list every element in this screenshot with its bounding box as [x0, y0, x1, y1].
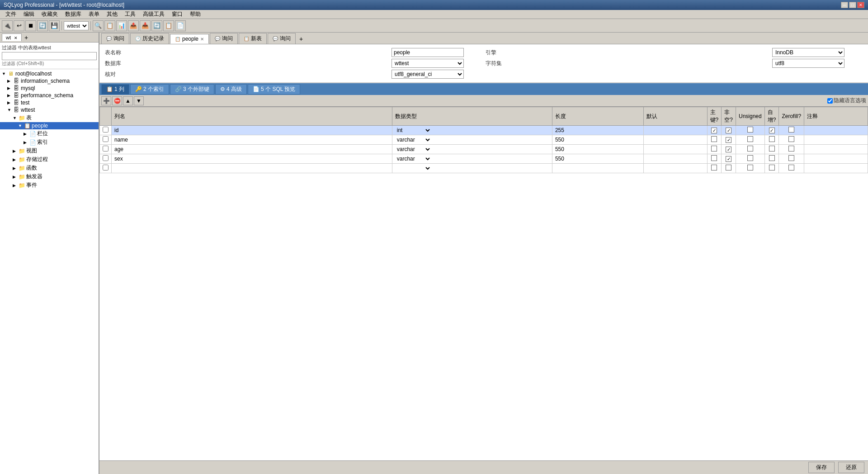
tab-history[interactable]: 🕐 历史记录 — [130, 33, 169, 44]
input-length-age[interactable] — [555, 146, 573, 152]
tree-node-wttest[interactable]: ▼ 🗄 wttest — [0, 106, 99, 114]
col-ai-name[interactable] — [764, 135, 779, 145]
uns-checkbox-name[interactable] — [747, 136, 753, 142]
zf-checkbox-name[interactable] — [788, 136, 794, 142]
checkbox-empty[interactable] — [103, 165, 108, 171]
subtab-advanced[interactable]: ⚙ 4 高级 — [215, 84, 247, 95]
row-checkbox-name[interactable] — [100, 135, 112, 145]
tree-node-mysql[interactable]: ▶ 🗄 mysql — [0, 85, 99, 92]
tree-node-procedures[interactable]: ▶ 📁 存储过程 — [0, 155, 99, 164]
menu-table[interactable]: 表单 — [85, 9, 103, 19]
input-length-name[interactable] — [555, 137, 573, 143]
nn-checkbox-empty[interactable] — [726, 165, 731, 171]
col-default-sex[interactable] — [643, 154, 707, 164]
zf-checkbox-id[interactable] — [788, 127, 794, 133]
col-zf-age[interactable] — [779, 145, 804, 154]
hide-lang-checkbox[interactable] — [827, 98, 833, 104]
tree-node-perf-schema[interactable]: ▶ 🗄 performance_schema — [0, 92, 99, 99]
input-length-sex[interactable] — [555, 156, 573, 162]
move-down-btn[interactable]: ▼ — [134, 96, 144, 105]
tree-toggle-triggers[interactable]: ▶ — [13, 175, 18, 179]
input-length-id[interactable] — [555, 127, 573, 133]
ai-checkbox-name[interactable] — [769, 136, 775, 142]
col-length-age[interactable] — [552, 145, 643, 154]
row-checkbox-age[interactable] — [100, 145, 112, 154]
tab-query3[interactable]: 💬 询问 — [268, 33, 296, 44]
tree-node-test[interactable]: ▶ 🗄 test — [0, 99, 99, 106]
col-name-age[interactable] — [112, 145, 392, 154]
col-name-empty[interactable] — [112, 164, 392, 173]
col-zf-sex[interactable] — [779, 154, 804, 164]
tree-node-indexes[interactable]: ▶ 📄 索引 — [0, 138, 99, 147]
col-type-id[interactable]: intvarchartext — [392, 126, 552, 135]
toolbar-query[interactable]: 🔍 — [93, 20, 104, 31]
col-nn-sex[interactable] — [722, 154, 736, 164]
toolbar-backup[interactable]: 💾 — [49, 20, 60, 31]
ai-checkbox-age[interactable] — [769, 146, 775, 152]
select-type-age[interactable]: varcharinttext — [395, 146, 431, 153]
uns-checkbox-empty[interactable] — [747, 165, 753, 171]
tree-toggle-events[interactable]: ▶ — [13, 183, 18, 188]
menu-window[interactable]: 窗口 — [168, 9, 186, 19]
tree-node-root[interactable]: ▼ 🖥 root@localhost — [0, 70, 99, 77]
left-tab-close[interactable]: ✕ — [14, 36, 18, 40]
tree-node-information-schema[interactable]: ▶ 🗄 information_schema — [0, 77, 99, 85]
col-default-id[interactable] — [643, 126, 707, 135]
col-nn-name[interactable] — [722, 135, 736, 145]
menu-advanced-tools[interactable]: 高级工具 — [139, 9, 168, 19]
toolbar-new-conn[interactable]: 🔌 — [2, 20, 13, 31]
input-name-id[interactable] — [114, 127, 389, 133]
tree-toggle-procedures[interactable]: ▶ — [13, 157, 18, 162]
subtab-indexes[interactable]: 🔑 2 个索引 — [130, 84, 169, 95]
save-button[interactable]: 保存 — [808, 462, 835, 473]
toolbar-sync[interactable]: 🔄 — [151, 20, 162, 31]
tree-toggle-perf[interactable]: ▶ — [7, 93, 13, 98]
charset-select[interactable]: utf8 — [772, 59, 844, 68]
tree-node-columns[interactable]: ▶ 📄 栏位 — [0, 129, 99, 138]
tree-toggle-indexes[interactable]: ▶ — [24, 140, 29, 145]
col-length-name[interactable] — [552, 135, 643, 145]
menu-tools[interactable]: 工具 — [121, 9, 139, 19]
pk-checkbox-age[interactable] — [711, 146, 717, 152]
col-comment-empty[interactable] — [804, 164, 868, 173]
zf-checkbox-empty[interactable] — [788, 165, 794, 171]
uns-checkbox-age[interactable] — [747, 146, 753, 152]
select-type-id[interactable]: intvarchartext — [395, 127, 431, 134]
tree-toggle-columns[interactable]: ▶ — [24, 132, 29, 136]
tab-people[interactable]: 📋 people ✕ — [170, 34, 209, 44]
tree-toggle-root[interactable]: ▼ — [2, 71, 7, 76]
col-pk-sex[interactable] — [707, 154, 722, 164]
nn-checkbox-sex[interactable] — [726, 156, 731, 162]
close-button[interactable]: ✕ — [857, 2, 864, 8]
left-tab-wt[interactable]: wt ✕ — [2, 33, 22, 41]
checkbox-sex[interactable] — [103, 155, 108, 161]
right-tab-add[interactable]: + — [297, 34, 306, 44]
col-pk-id[interactable] — [707, 126, 722, 135]
col-nn-empty[interactable] — [722, 164, 736, 173]
subtab-fk[interactable]: 🔗 3 个外部键 — [170, 84, 214, 95]
col-nn-age[interactable] — [722, 145, 736, 154]
tree-node-views[interactable]: ▶ 📁 视图 — [0, 147, 99, 155]
col-type-name[interactable]: varcharinttext — [392, 135, 552, 145]
col-uns-sex[interactable] — [736, 154, 764, 164]
menu-favorites[interactable]: 收藏夹 — [38, 9, 61, 19]
ai-checkbox-sex[interactable] — [769, 155, 775, 161]
toolbar-schema[interactable]: 📋 — [104, 20, 115, 31]
col-name-id[interactable] — [112, 126, 392, 135]
collation-select[interactable]: utf8_general_ci — [392, 70, 464, 79]
nn-checkbox-age[interactable] — [726, 147, 731, 152]
col-length-id[interactable] — [552, 126, 643, 135]
database-select[interactable]: wttest — [64, 21, 89, 30]
input-name-empty[interactable] — [114, 165, 389, 171]
col-type-sex[interactable]: varcharinttext — [392, 154, 552, 164]
toolbar-stop[interactable]: ⏹ — [25, 20, 36, 31]
tree-toggle-tables[interactable]: ▼ — [13, 116, 18, 120]
col-uns-name[interactable] — [736, 135, 764, 145]
remove-row-btn[interactable]: ⛔ — [112, 96, 122, 105]
toolbar-reconnect[interactable]: 🔄 — [37, 20, 48, 31]
revert-button[interactable]: 还原 — [838, 462, 864, 473]
tree-node-functions[interactable]: ▶ 📁 函数 — [0, 164, 99, 172]
col-comment-age[interactable] — [804, 145, 868, 154]
toolbar-export[interactable]: 📤 — [128, 20, 139, 31]
checkbox-id[interactable] — [103, 127, 108, 133]
